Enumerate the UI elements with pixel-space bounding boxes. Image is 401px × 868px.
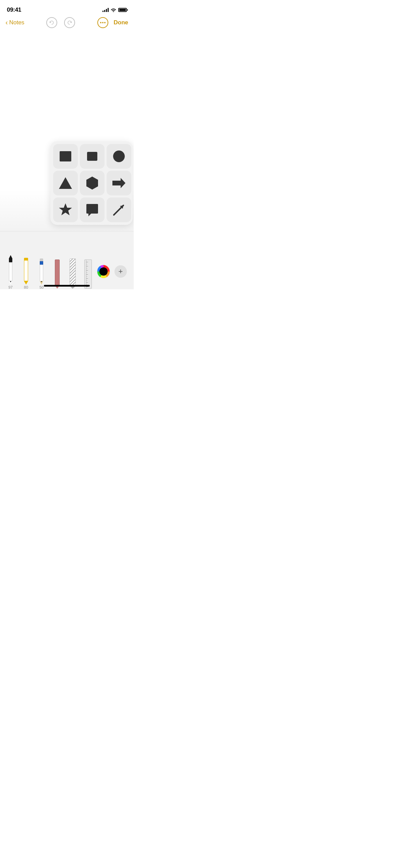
shape-rectangle-small[interactable]	[80, 144, 105, 169]
svg-point-2	[113, 150, 125, 162]
more-button[interactable]	[97, 17, 108, 28]
svg-rect-0	[60, 151, 71, 161]
nav-bar: ‹ Notes Done	[0, 15, 134, 30]
svg-point-10	[99, 267, 108, 276]
status-icons	[102, 8, 127, 12]
tool-stripes[interactable]	[65, 252, 80, 289]
shape-arrow-right[interactable]	[107, 171, 131, 195]
drawing-toolbar: 97 80 50	[0, 231, 134, 289]
tools-row: 97 80 50	[0, 231, 134, 289]
back-label: Notes	[9, 19, 24, 26]
shape-speech-bubble[interactable]	[80, 197, 105, 222]
color-picker-button[interactable]	[96, 264, 111, 279]
shape-picker	[50, 141, 133, 225]
home-indicator	[44, 285, 90, 287]
status-bar: 09:41	[0, 0, 134, 15]
nav-center	[46, 17, 75, 28]
signal-icon	[102, 8, 109, 12]
battery-icon	[118, 8, 127, 12]
svg-marker-3	[59, 177, 72, 189]
back-chevron-icon: ‹	[5, 19, 8, 26]
add-tool-button[interactable]: +	[114, 265, 127, 278]
tool-ruler[interactable]	[81, 252, 96, 289]
shape-circle[interactable]	[107, 144, 131, 169]
add-icon: +	[119, 268, 123, 275]
tool-marker[interactable]: 80	[18, 252, 34, 289]
tools-right: +	[96, 264, 131, 289]
wifi-icon	[111, 8, 116, 12]
nav-right: Done	[97, 17, 129, 28]
shape-triangle[interactable]	[53, 171, 78, 195]
tool-pencil[interactable]: 50	[34, 252, 49, 289]
shape-arrow-diagonal[interactable]	[107, 197, 131, 222]
status-time: 09:41	[7, 7, 21, 13]
back-button[interactable]: ‹ Notes	[5, 19, 24, 26]
tool-pen[interactable]: 97	[3, 252, 18, 289]
pen-label: 97	[9, 285, 13, 289]
done-button[interactable]: Done	[114, 19, 129, 26]
shape-star[interactable]	[53, 197, 78, 222]
pencil-label: 50	[39, 285, 44, 289]
marker-label: 80	[24, 285, 28, 289]
undo-button[interactable]	[46, 17, 57, 28]
redo-button[interactable]	[64, 17, 75, 28]
tool-crayon[interactable]	[49, 252, 65, 289]
svg-rect-1	[87, 152, 97, 161]
shape-hexagon[interactable]	[80, 171, 105, 195]
svg-marker-6	[59, 203, 72, 215]
svg-marker-4	[86, 177, 98, 190]
shape-rectangle-large[interactable]	[53, 144, 78, 169]
svg-marker-5	[112, 178, 125, 188]
